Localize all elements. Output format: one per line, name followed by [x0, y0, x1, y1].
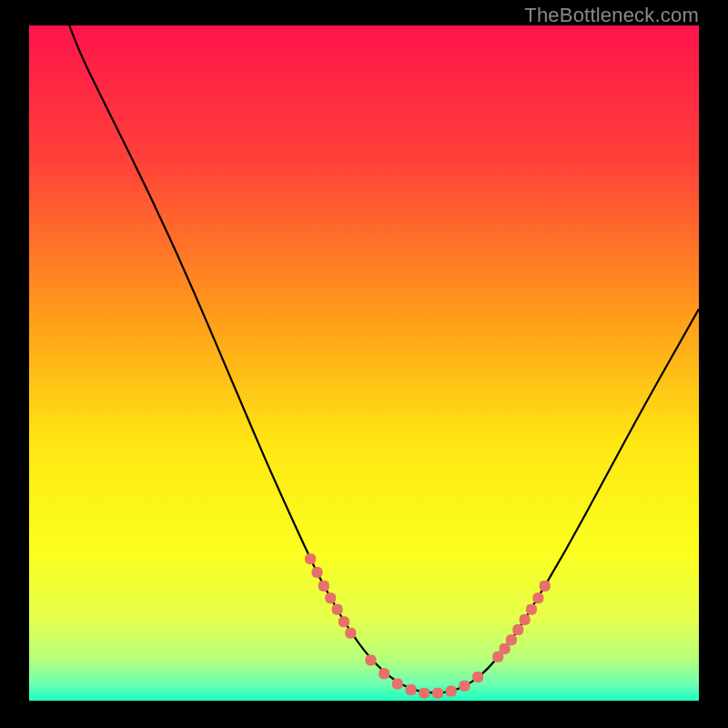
- curve-marker: [312, 567, 323, 578]
- curve-marker: [318, 581, 329, 592]
- curve-marker: [506, 634, 517, 645]
- watermark-text: TheBottleneck.com: [524, 4, 699, 27]
- curve-marker: [325, 592, 336, 603]
- curve-marker: [472, 672, 483, 682]
- curve-marker: [532, 592, 543, 603]
- curve-marker: [345, 628, 356, 639]
- bottleneck-curve: [69, 25, 699, 693]
- curve-marker: [406, 684, 417, 695]
- curve-marker: [540, 581, 551, 592]
- curve-marker: [512, 624, 523, 635]
- curve-marker: [392, 679, 403, 690]
- curve-marker: [446, 686, 457, 697]
- curve-marker: [526, 604, 537, 615]
- curve-marker: [332, 604, 343, 615]
- curve-marker: [305, 553, 316, 564]
- curve-marker: [432, 688, 443, 699]
- curve-marker: [520, 614, 531, 625]
- curve-marker: [339, 616, 349, 627]
- curve-marker: [365, 655, 376, 666]
- curve-marker: [459, 681, 470, 692]
- curve-marker: [379, 668, 389, 679]
- curve-marker-dots: [305, 553, 551, 699]
- chart-plot-area: [29, 25, 699, 701]
- chart-container: TheBottleneck.com: [0, 0, 728, 728]
- curve-marker: [419, 688, 430, 699]
